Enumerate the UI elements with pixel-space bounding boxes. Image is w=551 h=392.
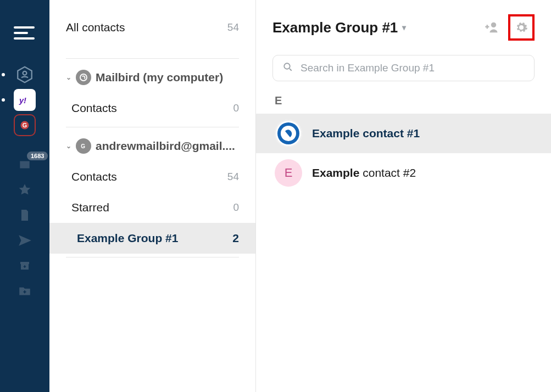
main-panel: Example Group #1 ▾ E Example contact #1 … [255, 0, 551, 392]
contact-name: Example contact #1 [312, 127, 420, 140]
settings-highlight [508, 14, 535, 41]
group-count: 2 [232, 232, 239, 245]
group-example-1[interactable]: Example Group #1 2 [49, 223, 255, 254]
search-input[interactable] [300, 62, 524, 74]
contacts-label: Contacts [71, 102, 117, 115]
starred-count: 0 [233, 201, 239, 214]
chevron-down-icon: ⌄ [66, 142, 71, 150]
search-icon [283, 62, 293, 74]
divider [66, 58, 239, 59]
all-contacts-row[interactable]: All contacts 54 [66, 0, 239, 55]
gmail-contacts-row[interactable]: Contacts 54 [66, 161, 239, 192]
svg-text:y!: y! [19, 96, 26, 105]
account-gmail[interactable]: ⌄ G andrewmailbird@gmail.... [66, 131, 239, 161]
menu-button[interactable] [14, 22, 36, 44]
divider [66, 127, 239, 127]
contact-avatar [275, 120, 302, 147]
settings-button[interactable] [511, 18, 531, 37]
divider [66, 257, 239, 257]
app-rail: y! G 1683 [0, 0, 49, 392]
group-title: Example Group #1 [272, 19, 398, 36]
svg-text:G: G [23, 122, 27, 128]
contacts-sidebar: All contacts 54 ⌄ Mailbird (my computer)… [49, 0, 255, 392]
rail-yahoo-icon[interactable]: y! [14, 89, 36, 111]
search-box[interactable] [272, 55, 535, 81]
svg-point-7 [80, 74, 87, 81]
svg-point-1 [23, 71, 27, 75]
mailbird-contacts-row[interactable]: Contacts 0 [66, 93, 239, 124]
contacts-count: 0 [233, 102, 239, 114]
svg-point-10 [284, 63, 290, 69]
chevron-down-icon: ⌄ [66, 74, 71, 81]
section-letter: E [275, 94, 535, 107]
contacts-label: Contacts [71, 170, 117, 183]
contacts-count: 54 [227, 171, 239, 183]
group-title-dropdown[interactable]: Example Group #1 ▾ [272, 19, 406, 36]
rail-add-folder-icon[interactable] [14, 280, 36, 302]
rail-inbox-badge: 1683 [26, 150, 49, 161]
rail-file-icon[interactable] [14, 204, 36, 226]
group-label: Example Group #1 [66, 232, 178, 245]
mailbird-icon [76, 70, 91, 85]
svg-rect-5 [20, 262, 29, 264]
rail-archive-icon[interactable] [14, 255, 36, 277]
contact-avatar: E [275, 159, 302, 187]
chevron-down-icon: ▾ [402, 23, 406, 32]
all-contacts-label: All contacts [66, 21, 125, 34]
all-contacts-count: 54 [227, 21, 239, 33]
contact-name: Example contact #2 [312, 166, 416, 180]
gmail-starred-row[interactable]: Starred 0 [66, 192, 239, 223]
account-name: Mailbird (my computer) [96, 71, 223, 84]
starred-label: Starred [71, 201, 109, 214]
main-header: Example Group #1 ▾ [272, 0, 535, 55]
svg-text:G: G [81, 143, 85, 149]
rail-send-icon[interactable] [14, 229, 36, 251]
rail-google-icon[interactable]: G [14, 114, 36, 136]
rail-starred-icon[interactable] [14, 179, 36, 201]
rail-contacts-icon[interactable] [14, 64, 36, 86]
google-icon: G [76, 138, 91, 154]
contact-row[interactable]: E Example contact #2 [256, 153, 551, 193]
account-mailbird[interactable]: ⌄ Mailbird (my computer) [66, 62, 239, 93]
account-name: andrewmailbird@gmail.... [96, 139, 235, 153]
rail-inbox-icon[interactable]: 1683 [14, 154, 36, 176]
add-contact-button[interactable] [482, 18, 502, 37]
contact-row[interactable]: Example contact #1 [256, 114, 551, 153]
svg-point-9 [491, 23, 496, 27]
